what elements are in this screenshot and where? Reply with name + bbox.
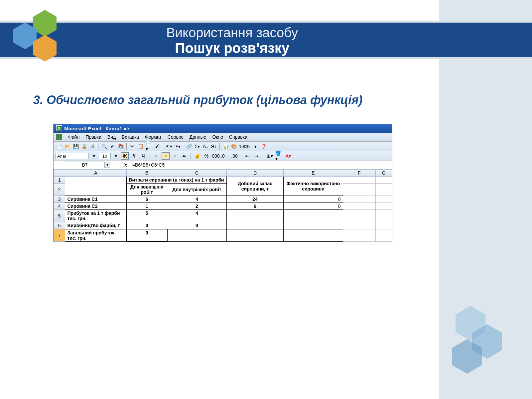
cell-B7-selected[interactable]: 0 (126, 229, 167, 241)
format-painter-icon[interactable]: 🖌 (154, 143, 161, 150)
menu-format[interactable]: Формат (145, 134, 162, 140)
col-header-G[interactable]: G (375, 170, 392, 177)
paste-icon[interactable]: 📄▾ (145, 143, 153, 150)
cell-F1[interactable] (343, 177, 375, 184)
menu-tools[interactable]: Сервис (168, 134, 184, 140)
cell-C4[interactable]: 2 (167, 203, 226, 210)
row-header-4[interactable]: 4 (54, 203, 65, 210)
new-icon[interactable]: 📄 (56, 143, 63, 150)
cell-D3[interactable]: 24 (226, 196, 284, 203)
select-all-corner[interactable] (54, 170, 65, 177)
cell-E4[interactable]: 0 (284, 203, 343, 210)
cell-C6[interactable]: 0 (167, 222, 226, 229)
comma-icon[interactable]: 000 (212, 152, 220, 160)
cell-F7[interactable] (343, 229, 375, 241)
spelling-icon[interactable]: ✔ (109, 143, 116, 150)
cell-C3[interactable]: 4 (167, 196, 226, 203)
chart-icon[interactable]: 📊 (222, 143, 229, 150)
cell-D1-merged[interactable]: Добовий запас сировини, т (226, 177, 284, 196)
italic-button[interactable]: К (130, 152, 138, 160)
col-header-E[interactable]: E (284, 170, 343, 177)
cell-C7[interactable] (167, 229, 226, 241)
redo-icon[interactable]: ↷▾ (174, 143, 181, 150)
cell-G6[interactable] (375, 222, 392, 229)
cell-B6[interactable]: 0 (126, 222, 167, 229)
cell-B1-merged[interactable]: Витрати сировини (в тонах) на 1 т фарби (126, 177, 226, 184)
font-color-icon[interactable]: A▾ (284, 152, 292, 160)
cell-F5[interactable] (343, 210, 375, 222)
menu-file[interactable]: Файл (68, 134, 79, 140)
align-right-icon[interactable]: ≡ (171, 152, 179, 160)
increase-indent-icon[interactable]: ⇥ (253, 152, 261, 160)
col-header-D[interactable]: D (226, 170, 284, 177)
col-header-B[interactable]: B (126, 170, 167, 177)
cell-F3[interactable] (343, 196, 375, 203)
open-icon[interactable]: 📂 (64, 143, 71, 150)
percent-icon[interactable]: % (202, 152, 210, 160)
underline-button[interactable]: Ч (139, 152, 147, 160)
cell-F6[interactable] (343, 222, 375, 229)
cell-F2[interactable] (343, 184, 375, 196)
col-header-F[interactable]: F (343, 170, 375, 177)
cell-A3[interactable]: Сировина С1 (65, 196, 126, 203)
research-icon[interactable]: 📚 (117, 143, 124, 150)
fill-color-icon[interactable]: 🪣▾ (275, 152, 283, 160)
undo-icon[interactable]: ↶▾ (165, 143, 173, 150)
cell-G5[interactable] (375, 210, 392, 222)
cell-A6[interactable]: Виробництво фарби, т (65, 222, 126, 229)
cell-G4[interactable] (375, 203, 392, 210)
help-icon[interactable]: ❓ (260, 143, 267, 150)
row-header-1[interactable]: 1 (54, 177, 65, 184)
font-name-select[interactable] (56, 153, 89, 159)
align-center-icon[interactable]: ≡ (162, 152, 170, 160)
menu-window[interactable]: Окно (212, 134, 223, 140)
font-size-select[interactable] (99, 153, 111, 159)
drawing-icon[interactable]: 🎨 (230, 143, 237, 150)
cell-B3[interactable]: 6 (126, 196, 167, 203)
col-header-A[interactable]: A (65, 170, 126, 177)
name-box[interactable]: B7 (65, 162, 105, 168)
formula-input[interactable]: =B6*B5+C6*C5 (131, 162, 391, 168)
cell-G3[interactable] (375, 196, 392, 203)
cell-A4[interactable]: Сировина С2 (65, 203, 126, 210)
decrease-indent-icon[interactable]: ⇤ (243, 152, 251, 160)
font-dropdown-icon[interactable]: ▾ (90, 152, 97, 160)
fx-label[interactable]: fx (123, 162, 127, 168)
increase-decimal-icon[interactable]: .0→ (221, 152, 229, 160)
cell-B2[interactable]: Для зовнішніх робіт (126, 184, 167, 196)
cell-E5[interactable] (284, 210, 343, 222)
autosum-icon[interactable]: Σ▾ (194, 143, 201, 150)
cell-G7[interactable] (375, 229, 392, 241)
menu-edit[interactable]: Правка (85, 134, 101, 140)
cell-E6[interactable] (284, 222, 343, 229)
cell-E3[interactable]: 0 (284, 196, 343, 203)
cell-A7[interactable]: Загальний прибуток, тис. грн. (65, 229, 126, 241)
print-icon[interactable]: 🖨 (89, 143, 96, 150)
worksheet-grid[interactable]: A B C D E F G 1 Витрати сировини (в тона… (54, 169, 392, 242)
name-box-dropdown-icon[interactable]: ▼ (105, 162, 110, 168)
cell-G1[interactable] (375, 177, 392, 184)
row-header-3[interactable]: 3 (54, 196, 65, 203)
row-header-2[interactable]: 2 (54, 184, 65, 196)
print-preview-icon[interactable]: 🔍 (100, 143, 108, 150)
menu-insert[interactable]: Вставка (122, 134, 139, 140)
cell-B4[interactable]: 1 (126, 203, 167, 210)
merge-center-icon[interactable]: ⬌ (180, 152, 188, 160)
row-header-7[interactable]: 7 (54, 229, 65, 241)
menu-data[interactable]: Данные (190, 134, 206, 140)
row-header-5[interactable]: 5 (54, 210, 65, 222)
cut-icon[interactable]: ✂ (129, 143, 136, 150)
cell-C5[interactable]: 4 (167, 210, 226, 222)
copy-icon[interactable]: 📋 (137, 143, 144, 150)
save-icon[interactable]: 💾 (72, 143, 79, 150)
menu-view[interactable]: Вид (107, 134, 116, 140)
cell-D5[interactable] (226, 210, 284, 222)
cell-C2[interactable]: Для внутрішніх робіт (167, 184, 226, 196)
cell-B5[interactable]: 5 (126, 210, 167, 222)
size-dropdown-icon[interactable]: ▾ (112, 152, 119, 160)
currency-icon[interactable]: 💰 (193, 152, 201, 160)
cell-E7[interactable] (284, 229, 343, 241)
cell-D4[interactable]: 6 (226, 203, 284, 210)
sort-desc-icon[interactable]: Я↓ (210, 143, 217, 150)
cell-D7[interactable] (226, 229, 284, 241)
